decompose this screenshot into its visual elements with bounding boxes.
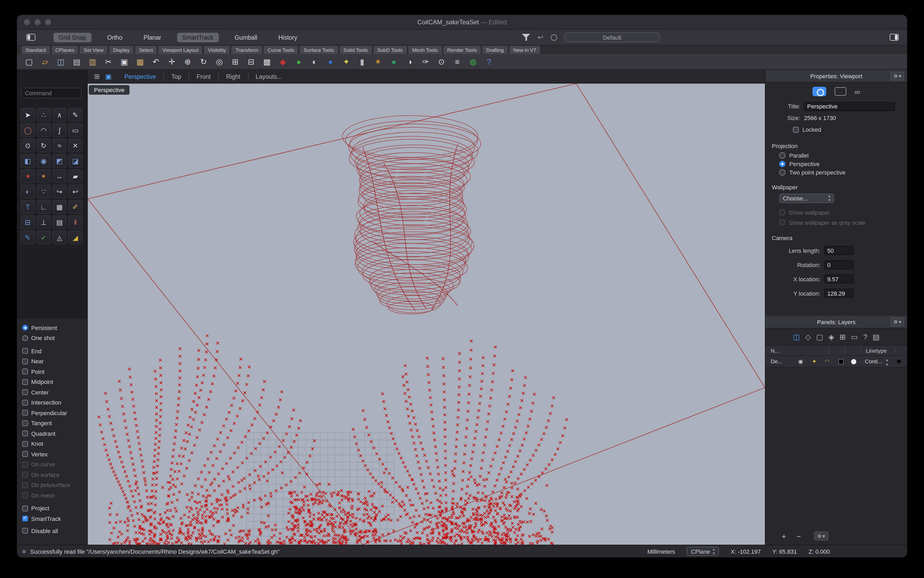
filter-icon[interactable]	[522, 33, 530, 41]
osnap-option[interactable]: Vertex	[22, 449, 85, 459]
show-wallpaper-checkbox[interactable]	[779, 209, 785, 215]
cut-icon[interactable]: ✂	[102, 55, 115, 68]
osnap-option[interactable]: One shot	[22, 333, 85, 343]
layer-material-icon[interactable]	[851, 359, 856, 364]
world-icon[interactable]: ◍	[466, 55, 480, 68]
layers-panel-icon[interactable]: ◫	[793, 333, 800, 341]
close-window-button[interactable]	[24, 19, 30, 25]
ruler-tool-icon[interactable]: ‖	[68, 215, 83, 229]
rectangle-tool-icon[interactable]: ▭	[68, 123, 83, 137]
display-properties-icon[interactable]	[835, 87, 846, 96]
record-icon[interactable]	[551, 34, 557, 41]
locked-checkbox[interactable]	[793, 127, 799, 133]
lights-panel-icon[interactable]: ⊞	[840, 333, 846, 341]
flow-tool-icon[interactable]: ↩	[68, 185, 83, 198]
command-history-icon[interactable]: ≡	[22, 547, 26, 555]
subd-tool-icon[interactable]: ◐	[21, 185, 35, 198]
toolbar-tab[interactable]: Display	[109, 45, 134, 54]
projection-radio-option[interactable]: Perspective	[779, 160, 907, 168]
clipboard-icon[interactable]: ▩	[133, 55, 147, 68]
array-tool-icon[interactable]: ∵	[36, 185, 51, 198]
save-icon[interactable]: ◫	[54, 55, 68, 68]
slab-tool-icon[interactable]: ◪	[68, 154, 83, 168]
osnap-option[interactable]: Center	[22, 387, 85, 398]
revolve-tool-icon[interactable]: ↻	[36, 138, 51, 152]
earth-icon[interactable]: ●	[387, 55, 401, 68]
toolbar-tab[interactable]: Render Tools	[443, 45, 481, 54]
layer-lock-icon[interactable]: ◠	[825, 358, 829, 364]
units-indicator[interactable]: Millimeters	[647, 548, 675, 554]
osnap-option[interactable]: On curve	[22, 459, 85, 469]
gumball-icon[interactable]: ⊙	[434, 55, 448, 68]
osnap-option[interactable]: On mesh	[22, 490, 85, 500]
layer-color-swatch[interactable]	[838, 359, 844, 364]
annotate-icon[interactable]: ✑	[419, 55, 433, 68]
camera-field-input[interactable]	[824, 260, 854, 269]
toolbar-tab[interactable]: Visibility	[204, 45, 230, 54]
linetype-updown-icon[interactable]: ▴▾	[886, 357, 888, 367]
rebuild-tool-icon[interactable]: ≈	[52, 138, 66, 152]
undo-icon[interactable]: ↶	[149, 55, 163, 68]
new-file-icon[interactable]: ▢	[22, 55, 36, 68]
wedge-tool-icon[interactable]: ◢	[68, 231, 83, 244]
layer-row-default[interactable]: De... ◉ ✦ ◠ Conti... ▴▾	[765, 356, 907, 367]
camera-field-input[interactable]	[824, 289, 854, 298]
osnap-option[interactable]: Knot	[22, 438, 85, 449]
sun-icon[interactable]: ✴	[371, 55, 385, 68]
render-preview-icon[interactable]: ●	[292, 55, 306, 68]
preset-select[interactable]	[564, 32, 660, 42]
four-viewports-icon[interactable]: ⊞	[94, 73, 100, 80]
wallpaper-grayscale-checkbox[interactable]	[779, 219, 785, 225]
osnap-option[interactable]: Perpendicular	[22, 408, 85, 418]
toolbar-tab[interactable]: Set View	[79, 45, 108, 54]
annotate-tool-icon[interactable]: ✐	[68, 200, 83, 214]
layers-options-button[interactable]: ⚙▾	[814, 531, 828, 541]
viewport-tab[interactable]: Front	[189, 72, 218, 81]
projection-radio-option[interactable]: Parallel	[779, 151, 907, 160]
osnap-option[interactable]: On polysurface	[22, 480, 85, 490]
mode-toggle-button[interactable]: Ortho	[102, 32, 128, 42]
toolbar-tab[interactable]: Curve Tools	[264, 45, 298, 54]
disable-all-option[interactable]: Disable all	[22, 526, 58, 536]
toolbar-tab[interactable]: Mesh Tools	[408, 45, 442, 54]
trim-tool-icon[interactable]: ✕	[68, 138, 83, 152]
notes-panel-icon[interactable]: ▢	[816, 333, 823, 341]
viewport-canvas[interactable]: Perspective	[88, 84, 765, 545]
osnap-option[interactable]: Tangent	[22, 418, 85, 429]
camera-properties-icon[interactable]	[812, 87, 826, 96]
render-icon[interactable]: ◆	[276, 55, 290, 68]
ellipse-tool-icon[interactable]: ⊙	[21, 138, 35, 152]
blend-tool-icon[interactable]: ↪	[52, 185, 66, 198]
toolbar-tab[interactable]: New in V7	[509, 45, 540, 54]
rotate-icon[interactable]: ↻	[197, 55, 211, 68]
viewport-tab[interactable]: Top	[164, 72, 189, 81]
toolbar-tab[interactable]: Solid Tools	[339, 45, 372, 54]
check-tool-icon[interactable]: ✓	[36, 231, 51, 244]
osnap-option[interactable]: Project	[22, 503, 85, 513]
rendering-panel-icon[interactable]: ▭	[851, 333, 858, 341]
light-icon[interactable]: ✦	[339, 55, 353, 68]
layer-linetype-value[interactable]: Conti...	[865, 358, 882, 364]
osnap-option[interactable]: SmartTrack	[22, 513, 85, 524]
viewport-tab[interactable]: Right	[218, 72, 248, 81]
toolbar-tab[interactable]: CPlanes	[51, 45, 78, 54]
mode-toggle-button[interactable]: History	[273, 32, 303, 42]
osnap-option[interactable]: End	[22, 346, 85, 356]
mode-toggle-button[interactable]: Planar	[138, 32, 167, 42]
lock-icon[interactable]: ▮	[355, 55, 369, 68]
link-properties-icon[interactable]: ∞	[854, 87, 860, 96]
copy-icon[interactable]: ▣	[117, 55, 131, 68]
viewport-title-input[interactable]	[804, 102, 895, 111]
wallpaper-choose-button[interactable]: Choose... ▴▾	[779, 193, 834, 203]
command-input[interactable]	[21, 88, 81, 98]
paste-icon[interactable]: ▥	[86, 55, 99, 68]
box-tool-icon[interactable]: ◧	[21, 154, 35, 168]
right-panel-toggle-icon[interactable]	[890, 34, 899, 41]
delete-layer-button[interactable]: −	[793, 531, 804, 542]
toolbar-tab[interactable]: Viewport Layout	[158, 45, 203, 54]
toolbar-tab[interactable]: SubD Tools	[373, 45, 407, 54]
cplane-select[interactable]: CPlane ▴▾	[687, 547, 719, 556]
ghosted-view-icon[interactable]: ◑	[403, 55, 417, 68]
zoom-window-button[interactable]	[45, 19, 51, 25]
move-icon[interactable]: ⊕	[181, 55, 195, 68]
